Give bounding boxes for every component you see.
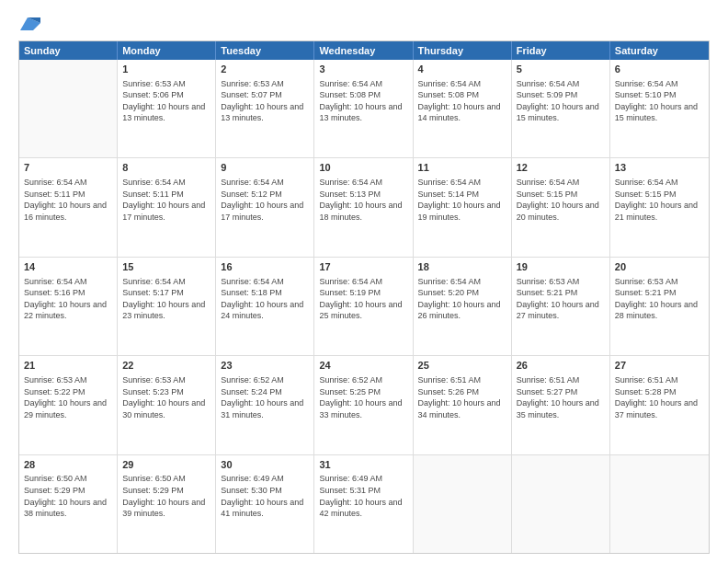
cell-info: Sunrise: 6:54 AMSunset: 5:08 PMDaylight:… xyxy=(319,78,407,124)
cell-info: Sunrise: 6:49 AMSunset: 5:31 PMDaylight:… xyxy=(319,473,407,519)
calendar-cell xyxy=(512,455,610,553)
day-number: 28 xyxy=(24,458,112,472)
cell-info: Sunrise: 6:54 AMSunset: 5:18 PMDaylight:… xyxy=(221,276,309,322)
calendar-cell: 4Sunrise: 6:54 AMSunset: 5:08 PMDaylight… xyxy=(414,60,512,157)
calendar-cell: 25Sunrise: 6:51 AMSunset: 5:26 PMDayligh… xyxy=(414,356,512,454)
header-day-saturday: Saturday xyxy=(610,41,709,60)
cell-info: Sunrise: 6:54 AMSunset: 5:19 PMDaylight:… xyxy=(319,276,407,322)
cell-info: Sunrise: 6:54 AMSunset: 5:20 PMDaylight:… xyxy=(418,276,506,322)
header-day-monday: Monday xyxy=(118,41,216,60)
cell-info: Sunrise: 6:54 AMSunset: 5:11 PMDaylight:… xyxy=(122,177,210,223)
calendar-cell: 3Sunrise: 6:54 AMSunset: 5:08 PMDaylight… xyxy=(314,60,413,157)
cell-info: Sunrise: 6:54 AMSunset: 5:08 PMDaylight:… xyxy=(418,78,506,124)
day-number: 29 xyxy=(122,458,210,472)
calendar-cell: 21Sunrise: 6:53 AMSunset: 5:22 PMDayligh… xyxy=(19,356,118,454)
cell-info: Sunrise: 6:53 AMSunset: 5:07 PMDaylight:… xyxy=(221,78,309,124)
calendar-cell: 27Sunrise: 6:51 AMSunset: 5:28 PMDayligh… xyxy=(610,356,709,454)
header-day-tuesday: Tuesday xyxy=(216,41,314,60)
calendar-cell: 6Sunrise: 6:54 AMSunset: 5:10 PMDaylight… xyxy=(610,60,709,157)
day-number: 31 xyxy=(319,458,407,472)
calendar-cell: 19Sunrise: 6:53 AMSunset: 5:21 PMDayligh… xyxy=(512,258,610,355)
day-number: 24 xyxy=(319,359,407,373)
header-day-friday: Friday xyxy=(512,41,610,60)
day-number: 2 xyxy=(221,63,309,76)
calendar-cell: 17Sunrise: 6:54 AMSunset: 5:19 PMDayligh… xyxy=(314,258,413,355)
day-number: 7 xyxy=(24,161,112,175)
calendar-cell: 22Sunrise: 6:53 AMSunset: 5:23 PMDayligh… xyxy=(118,356,216,454)
cell-info: Sunrise: 6:54 AMSunset: 5:13 PMDaylight:… xyxy=(319,177,407,223)
calendar-cell: 5Sunrise: 6:54 AMSunset: 5:09 PMDaylight… xyxy=(512,60,610,157)
day-number: 21 xyxy=(24,359,112,373)
cell-info: Sunrise: 6:51 AMSunset: 5:26 PMDaylight:… xyxy=(418,374,506,420)
cell-info: Sunrise: 6:50 AMSunset: 5:29 PMDaylight:… xyxy=(24,473,112,519)
calendar-cell: 28Sunrise: 6:50 AMSunset: 5:29 PMDayligh… xyxy=(19,455,118,553)
cell-info: Sunrise: 6:54 AMSunset: 5:10 PMDaylight:… xyxy=(615,78,704,124)
day-number: 6 xyxy=(615,63,704,76)
calendar-cell: 8Sunrise: 6:54 AMSunset: 5:11 PMDaylight… xyxy=(118,158,216,256)
header-day-thursday: Thursday xyxy=(414,41,512,60)
cell-info: Sunrise: 6:53 AMSunset: 5:23 PMDaylight:… xyxy=(122,374,210,420)
calendar: SundayMondayTuesdayWednesdayThursdayFrid… xyxy=(18,40,710,554)
calendar-cell: 10Sunrise: 6:54 AMSunset: 5:13 PMDayligh… xyxy=(314,158,413,256)
cell-info: Sunrise: 6:54 AMSunset: 5:14 PMDaylight:… xyxy=(418,177,506,223)
day-number: 14 xyxy=(24,260,112,274)
cell-info: Sunrise: 6:52 AMSunset: 5:25 PMDaylight:… xyxy=(319,374,407,420)
calendar-cell: 7Sunrise: 6:54 AMSunset: 5:11 PMDaylight… xyxy=(19,158,118,256)
cell-info: Sunrise: 6:50 AMSunset: 5:29 PMDaylight:… xyxy=(122,473,210,519)
day-number: 8 xyxy=(122,161,210,175)
calendar-body: 1Sunrise: 6:53 AMSunset: 5:06 PMDaylight… xyxy=(19,60,709,553)
day-number: 20 xyxy=(615,260,704,274)
cell-info: Sunrise: 6:54 AMSunset: 5:11 PMDaylight:… xyxy=(24,177,112,223)
calendar-cell: 13Sunrise: 6:54 AMSunset: 5:15 PMDayligh… xyxy=(610,158,709,256)
day-number: 18 xyxy=(418,260,506,274)
calendar-cell: 16Sunrise: 6:54 AMSunset: 5:18 PMDayligh… xyxy=(216,258,314,355)
cell-info: Sunrise: 6:51 AMSunset: 5:28 PMDaylight:… xyxy=(615,374,704,420)
cell-info: Sunrise: 6:53 AMSunset: 5:21 PMDaylight:… xyxy=(615,276,704,322)
calendar-cell xyxy=(19,60,118,157)
cell-info: Sunrise: 6:54 AMSunset: 5:12 PMDaylight:… xyxy=(221,177,309,223)
day-number: 25 xyxy=(418,359,506,373)
calendar-cell: 2Sunrise: 6:53 AMSunset: 5:07 PMDaylight… xyxy=(216,60,314,157)
day-number: 27 xyxy=(615,359,704,373)
cell-info: Sunrise: 6:54 AMSunset: 5:15 PMDaylight:… xyxy=(517,177,605,223)
day-number: 3 xyxy=(319,63,407,76)
calendar-cell: 14Sunrise: 6:54 AMSunset: 5:16 PMDayligh… xyxy=(19,258,118,355)
calendar-row-3: 21Sunrise: 6:53 AMSunset: 5:22 PMDayligh… xyxy=(19,356,709,454)
cell-info: Sunrise: 6:54 AMSunset: 5:15 PMDaylight:… xyxy=(615,177,704,223)
calendar-cell xyxy=(610,455,709,553)
header xyxy=(18,15,710,31)
header-day-sunday: Sunday xyxy=(19,41,118,60)
day-number: 12 xyxy=(517,161,605,175)
day-number: 10 xyxy=(319,161,407,175)
calendar-row-4: 28Sunrise: 6:50 AMSunset: 5:29 PMDayligh… xyxy=(19,455,709,553)
day-number: 19 xyxy=(517,260,605,274)
cell-info: Sunrise: 6:53 AMSunset: 5:21 PMDaylight:… xyxy=(517,276,605,322)
calendar-row-1: 7Sunrise: 6:54 AMSunset: 5:11 PMDaylight… xyxy=(19,158,709,257)
calendar-cell: 9Sunrise: 6:54 AMSunset: 5:12 PMDaylight… xyxy=(216,158,314,256)
calendar-cell: 30Sunrise: 6:49 AMSunset: 5:30 PMDayligh… xyxy=(216,455,314,553)
calendar-cell: 12Sunrise: 6:54 AMSunset: 5:15 PMDayligh… xyxy=(512,158,610,256)
calendar-cell: 23Sunrise: 6:52 AMSunset: 5:24 PMDayligh… xyxy=(216,356,314,454)
calendar-cell: 31Sunrise: 6:49 AMSunset: 5:31 PMDayligh… xyxy=(314,455,413,553)
cell-info: Sunrise: 6:53 AMSunset: 5:06 PMDaylight:… xyxy=(122,78,210,124)
day-number: 16 xyxy=(221,260,309,274)
calendar-cell: 15Sunrise: 6:54 AMSunset: 5:17 PMDayligh… xyxy=(118,258,216,355)
calendar-header: SundayMondayTuesdayWednesdayThursdayFrid… xyxy=(19,41,709,60)
calendar-cell: 18Sunrise: 6:54 AMSunset: 5:20 PMDayligh… xyxy=(414,258,512,355)
day-number: 15 xyxy=(122,260,210,274)
day-number: 22 xyxy=(122,359,210,373)
day-number: 11 xyxy=(418,161,506,175)
calendar-cell: 29Sunrise: 6:50 AMSunset: 5:29 PMDayligh… xyxy=(118,455,216,553)
day-number: 30 xyxy=(221,458,309,472)
cell-info: Sunrise: 6:54 AMSunset: 5:17 PMDaylight:… xyxy=(122,276,210,322)
calendar-cell xyxy=(414,455,512,553)
day-number: 23 xyxy=(221,359,309,373)
day-number: 9 xyxy=(221,161,309,175)
calendar-cell: 11Sunrise: 6:54 AMSunset: 5:14 PMDayligh… xyxy=(414,158,512,256)
day-number: 5 xyxy=(517,63,605,76)
calendar-cell: 24Sunrise: 6:52 AMSunset: 5:25 PMDayligh… xyxy=(314,356,413,454)
cell-info: Sunrise: 6:53 AMSunset: 5:22 PMDaylight:… xyxy=(24,374,112,420)
page: SundayMondayTuesdayWednesdayThursdayFrid… xyxy=(0,0,728,563)
cell-info: Sunrise: 6:54 AMSunset: 5:09 PMDaylight:… xyxy=(517,78,605,124)
cell-info: Sunrise: 6:49 AMSunset: 5:30 PMDaylight:… xyxy=(221,473,309,519)
